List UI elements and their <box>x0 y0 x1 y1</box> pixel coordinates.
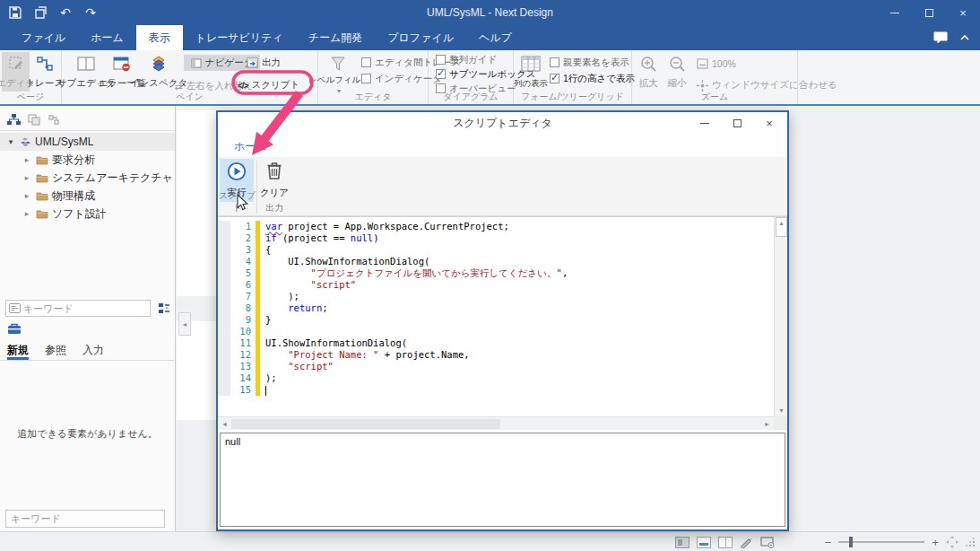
menu-tab-2[interactable]: 表示 <box>136 25 183 50</box>
dialog-minimize-button[interactable] <box>689 112 721 134</box>
tree-item-0[interactable]: ▸ 要求分析 <box>0 151 175 169</box>
maximize-button[interactable] <box>912 0 946 25</box>
scroll-up-icon[interactable]: ▲ <box>778 220 785 226</box>
gutter-margin <box>218 267 230 279</box>
code-text: ); <box>260 372 277 384</box>
export-icon[interactable] <box>32 4 48 21</box>
editor-band <box>177 420 216 531</box>
line-number: 9 <box>230 314 256 326</box>
tree-item-1[interactable]: ▸ システムアーキテクチャ <box>0 169 175 187</box>
dialog-tab-home[interactable]: ホーム <box>225 136 276 157</box>
bottom-keyword-input[interactable] <box>11 513 164 524</box>
collapse-ribbon-icon[interactable] <box>960 35 969 40</box>
resize-grip-icon[interactable] <box>966 538 975 547</box>
toolbox-tab-1[interactable]: 参照 <box>45 341 66 360</box>
chevron-right-icon[interactable]: ▸ <box>22 155 32 164</box>
zoom-out-minus[interactable]: − <box>825 537 832 548</box>
dialog-close-button[interactable]: × <box>753 112 785 134</box>
check-row-height[interactable]: 1行の高さで表示 <box>550 72 635 85</box>
feedback-icon[interactable] <box>933 31 948 44</box>
script-code-editor[interactable]: 1 var project = App.Workspace.CurrentPro… <box>218 216 787 429</box>
dialog-title-bar[interactable]: スクリプトエディタ × <box>218 112 787 134</box>
check-align-guide[interactable]: 整列ガイド <box>436 53 497 66</box>
scroll-left-icon[interactable]: ◄ <box>221 421 228 427</box>
ribbon-group-page: エディタ トレース ページ <box>0 50 62 104</box>
dialog-maximize-button[interactable] <box>721 112 753 134</box>
zoom-slider-handle[interactable] <box>849 537 853 547</box>
keyword-search-box <box>5 300 151 317</box>
trace-button[interactable]: トレース <box>30 52 59 92</box>
toolbox-tab-0[interactable]: 新規 <box>7 341 29 360</box>
trace-icon <box>37 54 53 74</box>
zoom-out-button[interactable]: 縮小 <box>664 52 689 92</box>
menu-tab-3[interactable]: トレーサビリティ <box>183 25 296 50</box>
menu-tab-1[interactable]: ホーム <box>78 25 136 50</box>
table-columns-icon <box>521 54 541 74</box>
toolbox-tab-2[interactable]: 入力 <box>82 341 104 360</box>
chevron-right-icon[interactable]: ▸ <box>22 209 32 218</box>
vertical-scrollbar[interactable]: ▲ ▼ <box>774 217 787 416</box>
output-button[interactable]: 出力 <box>247 55 281 71</box>
editor-view-icon[interactable] <box>675 537 689 548</box>
columns-button[interactable]: 列の表示 <box>516 52 546 92</box>
folder-icon <box>36 173 48 183</box>
scrollbar-thumb[interactable] <box>231 419 500 429</box>
copy-structure-icon[interactable] <box>28 114 40 126</box>
checkbox-icon <box>436 55 446 65</box>
menu-tab-4[interactable]: チーム開発 <box>296 25 376 50</box>
ribbon-group-formgrid: 列の表示 親要素名を表示 1行の高さで表示 フォーム/ツリーグリッド <box>514 50 632 104</box>
keyword-icon <box>6 303 23 313</box>
form-view-icon[interactable] <box>697 537 711 548</box>
menu-tab-0[interactable]: ファイル <box>9 25 78 50</box>
inspector-button[interactable]: インスペクタ <box>139 52 178 92</box>
gutter-margin <box>218 279 230 291</box>
model-tree-icon[interactable] <box>7 114 21 126</box>
navigator-toolbar <box>0 109 175 131</box>
monitor-icon[interactable] <box>760 537 775 548</box>
close-button[interactable]: × <box>946 0 980 25</box>
pan-icon[interactable] <box>946 536 958 548</box>
page-zoom-icon <box>697 58 708 69</box>
horizontal-scrollbar[interactable]: ◄ ► <box>218 416 774 430</box>
undo-icon[interactable]: ↶ <box>57 4 74 21</box>
zoom-percent[interactable]: 100% <box>697 56 736 72</box>
line-number: 12 <box>230 349 256 361</box>
clear-button[interactable]: クリア <box>259 159 290 202</box>
menu-right-icons <box>933 25 969 50</box>
code-line: 2 if (project == null) <box>218 232 774 244</box>
gutter-margin <box>218 302 230 314</box>
scroll-down-icon[interactable]: ▼ <box>778 407 785 414</box>
tree-item-root[interactable]: ▾ UML/SysML <box>0 133 175 151</box>
editor-icon <box>8 54 24 74</box>
collapse-panel-button[interactable]: ◂ <box>178 312 191 336</box>
scroll-right-icon[interactable]: ► <box>764 421 770 427</box>
line-number: 8 <box>230 302 256 314</box>
chevron-down-icon[interactable]: ▾ <box>5 137 16 146</box>
redo-icon[interactable]: ↷ <box>82 4 99 21</box>
filter-tree-button[interactable] <box>156 300 172 317</box>
tree-item-label: UML/SysML <box>35 136 93 148</box>
zoom-slider[interactable] <box>838 541 924 543</box>
text-caret <box>265 386 266 396</box>
code-text: "プロジェクトファイルを開いてから実行してください。", <box>260 267 568 279</box>
menu-tab-6[interactable]: ヘルプ <box>466 25 525 50</box>
quick-access-toolbar: ↶ ↷ <box>0 4 99 21</box>
chevron-right-icon[interactable]: ▸ <box>22 173 32 182</box>
keyword-search-input[interactable] <box>23 303 151 314</box>
minimize-button[interactable] <box>878 0 912 25</box>
menu-tab-5[interactable]: プロファイル <box>375 25 466 50</box>
check-parent-name[interactable]: 親要素名を表示 <box>550 56 629 69</box>
pen-icon[interactable] <box>740 537 753 548</box>
save-icon[interactable] <box>7 4 23 21</box>
split-view-icon[interactable] <box>718 537 733 548</box>
chevron-right-icon[interactable]: ▸ <box>22 191 32 200</box>
sync-structure-icon[interactable] <box>48 114 60 126</box>
ribbon-group-pane: サブエディタ エラー一覧 インスペクタ ナビゲータ <box>62 50 318 104</box>
tree-item-3[interactable]: ▸ ソフト設計 <box>0 205 175 223</box>
gutter-margin <box>218 349 230 361</box>
tree-item-2[interactable]: ▸ 物理構成 <box>0 187 175 205</box>
code-text: UI.ShowInformationDialog( <box>260 256 429 267</box>
zoom-in-button[interactable]: 拡大 <box>636 52 661 92</box>
zoom-in-plus[interactable]: + <box>932 537 939 548</box>
script-output-box[interactable]: null <box>220 433 785 527</box>
